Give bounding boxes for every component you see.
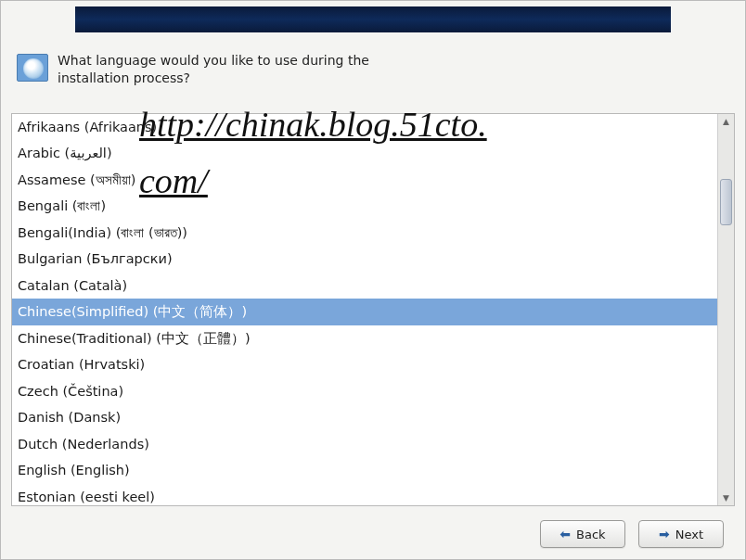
list-item[interactable]: Dutch (Nederlands) — [12, 431, 717, 457]
scroll-down-icon[interactable]: ▼ — [718, 490, 734, 505]
header-banner — [75, 6, 671, 32]
language-label: Dutch (Nederlands) — [18, 437, 149, 452]
language-label: English (English) — [18, 463, 130, 477]
list-item[interactable]: English (English) — [12, 457, 717, 483]
language-label: Czech (Čeština) — [18, 384, 123, 399]
prompt-line1: What language would you like to use duri… — [58, 53, 369, 68]
language-label: Bengali (বাংলা) — [18, 198, 106, 213]
list-item[interactable]: Danish (Dansk) — [12, 404, 717, 430]
vertical-scrollbar[interactable]: ▲ ▼ — [717, 114, 734, 505]
arrow-right-icon: ➡ — [659, 527, 670, 541]
language-label: Bulgarian (Български) — [18, 251, 173, 266]
language-label: Danish (Dansk) — [18, 410, 121, 425]
list-item[interactable]: Catalan (Català) — [12, 273, 717, 299]
language-label: Bengali(India) (বাংলা (ভারত)) — [18, 225, 187, 240]
list-item[interactable]: Arabic (العربية) — [12, 140, 717, 166]
language-listbox[interactable]: Afrikaans (Afrikaans)Arabic (العربية)Ass… — [12, 114, 717, 505]
prompt-row: What language would you like to use duri… — [17, 52, 369, 87]
language-label: Catalan (Català) — [18, 278, 127, 293]
list-item[interactable]: Afrikaans (Afrikaans) — [12, 114, 717, 140]
list-item[interactable]: Bulgarian (Български) — [12, 246, 717, 272]
back-button-label: Back — [576, 528, 606, 541]
prompt-text: What language would you like to use duri… — [58, 52, 369, 87]
list-item[interactable]: Czech (Čeština) — [12, 378, 717, 404]
footer: ⬅ Back ➡ Next — [0, 508, 746, 560]
list-item[interactable]: Estonian (eesti keel) — [12, 484, 717, 505]
list-item[interactable]: Croatian (Hrvatski) — [12, 351, 717, 377]
scroll-up-icon[interactable]: ▲ — [718, 114, 734, 129]
arrow-left-icon: ⬅ — [560, 527, 571, 541]
list-item[interactable]: Assamese (অসমীয়া) — [12, 167, 717, 193]
list-item[interactable]: Chinese(Simplified) (中文（简体）) — [12, 299, 717, 325]
language-label: Chinese(Traditional) (中文（正體）) — [18, 331, 251, 346]
list-item[interactable]: Bengali (বাংলা) — [12, 193, 717, 219]
prompt-line2: installation process? — [58, 70, 190, 85]
language-label: Afrikaans (Afrikaans) — [18, 120, 157, 134]
back-button[interactable]: ⬅ Back — [540, 520, 625, 548]
language-label: Estonian (eesti keel) — [18, 490, 155, 504]
next-button-label: Next — [675, 528, 703, 541]
language-listbox-container: Afrikaans (Afrikaans)Arabic (العربية)Ass… — [11, 113, 735, 506]
language-label: Arabic (العربية) — [18, 146, 112, 160]
globe-flag-icon — [17, 54, 48, 82]
next-button[interactable]: ➡ Next — [638, 520, 724, 548]
scrollbar-thumb[interactable] — [720, 179, 732, 225]
language-label: Chinese(Simplified) (中文（简体）) — [18, 304, 247, 319]
list-item[interactable]: Bengali(India) (বাংলা (ভারত)) — [12, 220, 717, 246]
list-item[interactable]: Chinese(Traditional) (中文（正體）) — [12, 325, 717, 351]
language-label: Croatian (Hrvatski) — [18, 357, 145, 372]
language-label: Assamese (অসমীয়া) — [18, 172, 135, 187]
